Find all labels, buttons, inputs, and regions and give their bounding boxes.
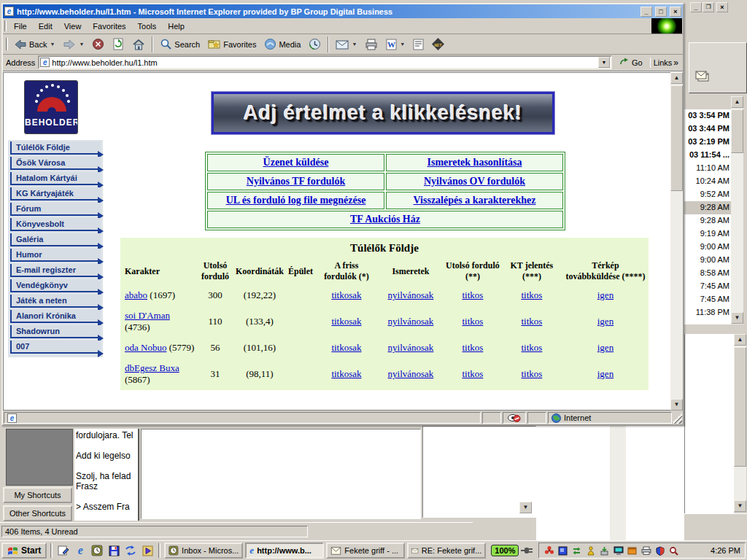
sidebar-item-kg-kartyajatek[interactable]: KG Kártyajáték bbox=[10, 187, 101, 201]
fresh-turns-link[interactable]: titkosak bbox=[331, 316, 361, 327]
sidebar-item-konyvesbolt[interactable]: Könyvesbolt bbox=[10, 218, 101, 231]
fan-tray-icon[interactable] bbox=[543, 545, 554, 556]
mail-list-scroll-thumb[interactable] bbox=[731, 109, 743, 153]
edit-button[interactable]: W ▼ bbox=[382, 36, 409, 53]
outlook-minimize-button[interactable]: _ bbox=[690, 2, 702, 12]
sidebar-item-galeria[interactable]: Galéria bbox=[10, 233, 101, 246]
mail-item[interactable]: 03 3:44 PM bbox=[684, 122, 731, 136]
page-scroll-up[interactable]: ▲ bbox=[670, 72, 683, 84]
toolbar-grip[interactable] bbox=[6, 38, 8, 51]
search-tray-icon[interactable] bbox=[668, 545, 679, 556]
fresh-turns-link[interactable]: titkosak bbox=[331, 289, 361, 300]
home-button[interactable] bbox=[128, 36, 149, 53]
mail-item[interactable]: 9:00 AM bbox=[684, 254, 731, 267]
mail-item[interactable]: 7:45 AM bbox=[684, 293, 731, 306]
outlook-restore-button[interactable]: ❐ bbox=[703, 2, 714, 12]
character-link[interactable]: ababo bbox=[125, 289, 147, 300]
last-turn-link[interactable]: titkos bbox=[462, 316, 483, 327]
maximize-button[interactable]: □ bbox=[655, 7, 667, 17]
titlebar[interactable]: e http://www.beholder.hu/l1.htm - Micros… bbox=[3, 4, 683, 18]
sidebar-item-osok-varosa[interactable]: Ősök Városa bbox=[10, 157, 101, 170]
sidebar-item-007[interactable]: 007 bbox=[10, 341, 101, 354]
kt-report-link[interactable]: titkos bbox=[521, 342, 542, 353]
task-fekete-griff[interactable]: Fekete griff - ... bbox=[326, 542, 405, 559]
knowledge-link[interactable]: nyilvánosak bbox=[388, 342, 434, 353]
menu-view[interactable]: View bbox=[58, 20, 88, 33]
banner[interactable]: Adj értelmet a klikkelésnek! bbox=[212, 92, 554, 134]
link-nyilvanos-tf-fordulok[interactable]: Nyilvános TF fordulók bbox=[247, 176, 345, 187]
sidebar-item-hatalom-kartyai[interactable]: Hatalom Kártyái bbox=[10, 172, 101, 185]
mail-list-scroll-down[interactable]: ▼ bbox=[731, 312, 743, 324]
mail-item[interactable]: 03 3:54 PM bbox=[684, 109, 731, 122]
map-forward-link[interactable]: igen bbox=[597, 342, 614, 353]
sidebar-item-jatek-a-neten[interactable]: Játék a neten bbox=[10, 295, 101, 308]
bg-scroll-down[interactable]: ▼ bbox=[519, 502, 532, 513]
launch-save-icon[interactable] bbox=[107, 543, 121, 558]
privacy-report-panel[interactable] bbox=[503, 412, 526, 424]
mail-list-scroll-up[interactable]: ▲ bbox=[731, 96, 743, 108]
mail-item[interactable]: 03 11:54 ... bbox=[684, 149, 731, 162]
link-ul-log-file[interactable]: UL és forduló log file megnézése bbox=[226, 195, 366, 206]
update-tray-icon[interactable] bbox=[599, 545, 610, 556]
menu-favorites[interactable]: Favorites bbox=[87, 20, 131, 33]
task-ie-beholder[interactable]: e http://www.b... bbox=[245, 542, 324, 559]
link-uzenet-kuldese[interactable]: Üzenet küldése bbox=[263, 157, 329, 168]
page-scroll-track[interactable] bbox=[670, 84, 683, 399]
sidebar-item-vendegkonyv[interactable]: Vendégkönyv bbox=[10, 279, 101, 292]
reading-scroll-up[interactable]: ▲ bbox=[734, 334, 746, 346]
chat-window-tray-icon[interactable] bbox=[627, 545, 638, 556]
mail-button[interactable]: ▼ bbox=[332, 36, 360, 53]
knowledge-link[interactable]: nyilvánosak bbox=[388, 289, 434, 300]
link-tf-aukcios-haz[interactable]: TF Aukciós Ház bbox=[350, 214, 420, 225]
kt-report-link[interactable]: titkos bbox=[521, 368, 542, 379]
net-tool-button[interactable]: NET bbox=[428, 36, 448, 53]
links-toolbar[interactable]: Links» bbox=[650, 58, 681, 68]
print-button[interactable] bbox=[361, 36, 382, 53]
mail-item[interactable]: 9:52 AM bbox=[684, 188, 731, 201]
page-scroll-down[interactable]: ▼ bbox=[670, 399, 683, 411]
link-ismeretek-hasonlitasa[interactable]: Ismeretek hasonlítása bbox=[427, 157, 522, 168]
bg-scroll-track[interactable] bbox=[610, 426, 626, 540]
display-tray-icon[interactable] bbox=[557, 545, 568, 556]
address-combo[interactable]: e ▼ bbox=[38, 55, 612, 69]
map-forward-link[interactable]: igen bbox=[597, 368, 614, 379]
fresh-turns-link[interactable]: titkosak bbox=[331, 342, 361, 353]
reading-scroll-down[interactable]: ▼ bbox=[734, 500, 746, 512]
last-turn-link[interactable]: titkos bbox=[462, 289, 483, 300]
kt-report-link[interactable]: titkos bbox=[521, 316, 542, 327]
task-inbox[interactable]: Inbox - Micros... bbox=[164, 542, 243, 559]
mail-item-selected[interactable]: 9:28 AM bbox=[684, 201, 731, 214]
close-button[interactable]: × bbox=[670, 7, 681, 17]
stop-button[interactable] bbox=[88, 36, 108, 53]
page-scroll-thumb[interactable] bbox=[670, 85, 683, 191]
back-button[interactable]: Back▼ bbox=[10, 36, 58, 53]
sidebar-item-forum[interactable]: Fórum bbox=[10, 203, 101, 216]
resize-grip[interactable] bbox=[673, 412, 682, 424]
sidebar-item-alanori-kronika[interactable]: Alanori Krónika bbox=[10, 310, 101, 323]
sidebar-item-shadowrun[interactable]: Shadowrun bbox=[10, 325, 101, 338]
my-shortcuts-button[interactable]: My Shortcuts bbox=[3, 487, 72, 503]
menu-tools[interactable]: Tools bbox=[132, 20, 163, 33]
character-link[interactable]: soi D'Aman bbox=[125, 310, 170, 321]
mail-item[interactable]: 8:58 AM bbox=[684, 267, 731, 280]
link-nyilvanos-ov-fordulok[interactable]: Nyilvános OV fordulók bbox=[424, 176, 525, 187]
other-shortcuts-button[interactable]: Other Shortcuts bbox=[3, 505, 72, 521]
search-button[interactable]: Search bbox=[156, 36, 204, 53]
history-button[interactable] bbox=[305, 36, 325, 53]
kt-report-link[interactable]: titkos bbox=[521, 289, 542, 300]
monitor-tray-icon[interactable] bbox=[613, 545, 624, 556]
go-button[interactable]: Go bbox=[615, 57, 647, 69]
mail-item[interactable]: 9:28 AM bbox=[684, 214, 731, 228]
discuss-button[interactable] bbox=[409, 36, 427, 53]
sidebar-item-email-regiszter[interactable]: E-mail regiszter bbox=[10, 264, 101, 277]
minimize-button[interactable]: _ bbox=[640, 7, 652, 17]
sidebar-item-tulelok-foldje[interactable]: Túlélők Földje bbox=[10, 141, 101, 155]
menu-file[interactable]: File bbox=[8, 20, 33, 33]
favorites-button[interactable]: Favorites bbox=[204, 36, 260, 53]
beholder-logo[interactable]: BEHOLDER bbox=[24, 80, 78, 134]
mail-item[interactable]: 10:24 AM bbox=[684, 175, 731, 188]
launch-media-player-icon[interactable] bbox=[140, 543, 155, 558]
mail-item[interactable]: 9:19 AM bbox=[684, 228, 731, 241]
sidebar-item-humor[interactable]: Humor bbox=[10, 249, 101, 262]
map-forward-link[interactable]: igen bbox=[597, 316, 614, 327]
